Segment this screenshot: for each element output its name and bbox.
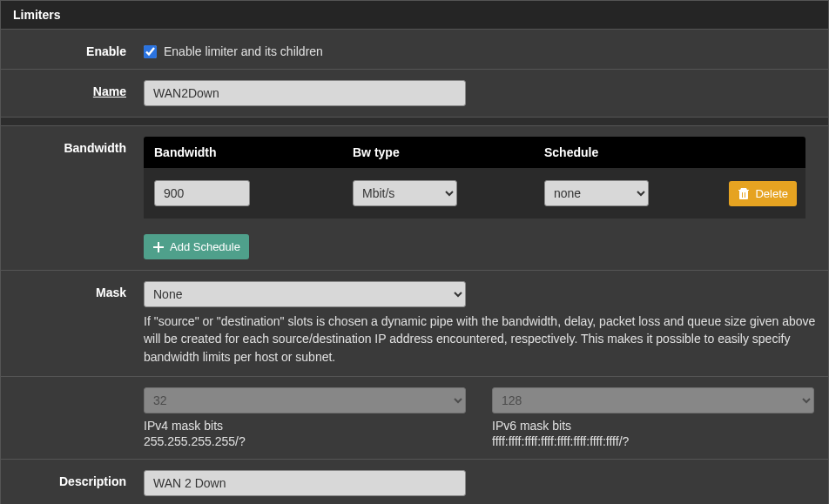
add-schedule-label: Add Schedule [170,240,240,253]
bw-header-bandwidth: Bandwidth [144,145,353,159]
enable-checkbox[interactable] [144,45,157,58]
ipv6-maskbits-label: IPv6 mask bits [492,419,816,433]
description-label: Description [13,470,144,488]
mask-help-text: If "source" or "destination" slots is ch… [144,312,816,366]
name-input[interactable] [144,80,466,106]
bandwidth-label: Bandwidth [13,137,144,155]
limiters-panel: Limiters Enable Enable limiter and its c… [0,0,829,504]
description-row: Description A description may be entered… [1,460,828,504]
spacer-row [1,118,828,126]
ipv4-maskbits-select: 32 [144,387,466,413]
bandwidth-value-input[interactable] [154,180,250,206]
bandwidth-type-select[interactable]: Mbit/s [353,180,457,206]
bandwidth-schedule-select[interactable]: none [544,180,649,206]
delete-button[interactable]: Delete [729,181,797,206]
enable-label: Enable [13,40,144,58]
maskbits-row: 32 IPv4 mask bits 255.255.255.255/? 128 … [1,377,828,460]
name-label: Name [13,80,144,98]
mask-row: Mask None If "source" or "destination" s… [1,271,828,377]
ipv4-maskbits-sub: 255.255.255.255/? [144,434,468,448]
bw-header-schedule: Schedule [544,145,710,159]
name-row: Name [1,70,828,118]
mask-select[interactable]: None [144,281,466,307]
enable-text: Enable limiter and its children [164,44,323,58]
plus-icon [152,241,165,253]
delete-button-label: Delete [755,187,788,200]
panel-title: Limiters [1,1,828,30]
bandwidth-table: Bandwidth Bw type Schedule Mbit/s [144,137,805,218]
mask-label: Mask [13,281,144,299]
trash-icon [738,187,750,199]
ipv4-maskbits-label: IPv4 mask bits [144,419,468,433]
description-input[interactable] [144,470,466,496]
enable-row: Enable Enable limiter and its children [1,30,828,70]
bandwidth-body-row: Mbit/s none Delete [144,168,805,218]
add-schedule-button[interactable]: Add Schedule [144,234,249,259]
bandwidth-row: Bandwidth Bandwidth Bw type Schedule Mbi… [1,126,828,271]
ipv6-maskbits-select: 128 [492,387,814,413]
ipv6-maskbits-sub: ffff:ffff:ffff:ffff:ffff:ffff:ffff:ffff/… [492,434,816,448]
bw-header-type: Bw type [353,145,544,159]
